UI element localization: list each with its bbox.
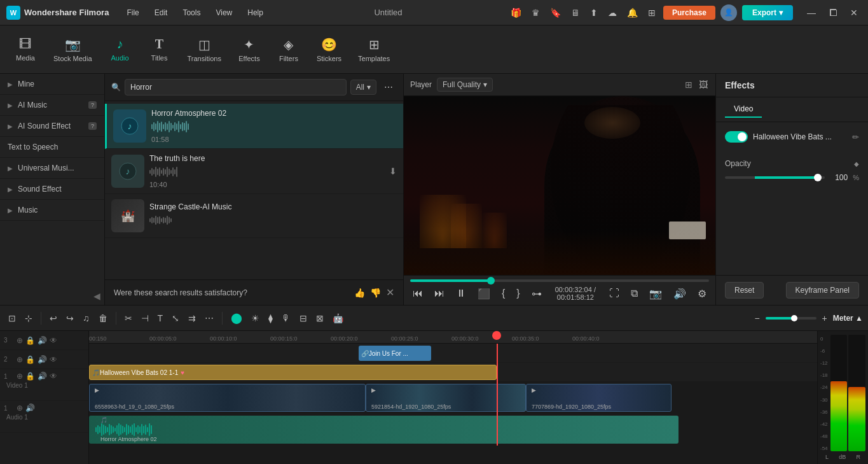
sidebar-item-sound-effect[interactable]: ▶ Sound Effect: [0, 179, 104, 200]
tl-more-icon[interactable]: ⋯: [202, 311, 217, 325]
tl-track-v1-eye-icon[interactable]: 👁: [50, 372, 57, 381]
tl-clip-join[interactable]: 🔗 Join Us For ...: [359, 346, 432, 361]
crown-icon[interactable]: ♛: [529, 6, 542, 19]
feedback-close-icon[interactable]: ✕: [386, 286, 394, 299]
tl-delete-icon[interactable]: 🗑: [95, 311, 111, 325]
volume-icon[interactable]: 🔊: [671, 286, 689, 301]
thumbs-down-icon[interactable]: 👎: [370, 288, 381, 298]
sidebar-item-ai-sound-effect[interactable]: ▶ AI Sound Effect ?: [0, 116, 104, 137]
minimize-button[interactable]: —: [803, 6, 820, 19]
search-input[interactable]: [125, 79, 347, 95]
purchase-button[interactable]: Purchase: [663, 6, 715, 20]
close-button[interactable]: ✕: [846, 6, 862, 19]
tl-clip-video2[interactable]: ▶ 5921854-hd_1920_1080_25fps: [366, 384, 526, 412]
bookmark-icon[interactable]: 🔖: [548, 6, 563, 19]
trim-start-icon[interactable]: {: [499, 286, 507, 300]
grid-view-icon[interactable]: ⊞: [684, 78, 694, 91]
gift-icon[interactable]: 🎁: [508, 6, 524, 19]
sidebar-item-text-to-speech[interactable]: Text to Speech: [0, 137, 104, 158]
tl-motion-icon[interactable]: ⊠: [313, 311, 327, 325]
tl-text-icon[interactable]: T: [155, 311, 167, 325]
tl-track-v1-lock-icon[interactable]: 🔒: [25, 372, 35, 381]
tl-zoom-slider[interactable]: [766, 317, 816, 320]
tl-select-icon[interactable]: ⊹: [22, 311, 36, 325]
tl-track-2-lock-icon[interactable]: 🔒: [25, 355, 35, 364]
menu-view[interactable]: View: [210, 6, 237, 20]
tl-audio-icon[interactable]: ♫: [79, 311, 93, 325]
player-progress-bar[interactable]: [410, 279, 709, 282]
tl-track-3-add-icon[interactable]: ⊕: [17, 336, 23, 345]
tl-cut-icon[interactable]: ✂: [121, 311, 135, 325]
sidebar-item-universal-music[interactable]: ▶ Universal Musi...: [0, 158, 104, 179]
tl-clip-video3[interactable]: ▶ 7707869-hd_1920_1080_25fps: [526, 384, 672, 412]
menu-file[interactable]: File: [121, 6, 144, 20]
play-pause-button[interactable]: ⏸: [453, 286, 469, 300]
player-quality-dropdown[interactable]: Full Quality ▾: [437, 78, 493, 92]
tl-clip-halloween[interactable]: 🎵 Halloween Vibe Bats 02 1-1 ♥: [89, 365, 497, 380]
step-back-button[interactable]: ⏭: [432, 286, 447, 300]
audio-item-truth-is-here[interactable]: ♪ The truth is here 10:40 ⬇: [105, 149, 403, 194]
tl-ai-icon[interactable]: 🤖: [329, 311, 347, 325]
audio-item-strange-castle[interactable]: 🏰 Strange Castle-AI Music: [105, 194, 403, 238]
search-more-icon[interactable]: ⋯: [380, 80, 397, 95]
sidebar-item-mine[interactable]: ▶ Mine: [0, 74, 104, 95]
stop-button[interactable]: ⬛: [475, 286, 493, 301]
toolbar-item-stickers[interactable]: 😊 Stickers: [309, 32, 349, 67]
tl-track-a1-add-icon[interactable]: ⊕: [17, 404, 23, 412]
toolbar-item-stock-media[interactable]: 📷 Stock Media: [46, 32, 100, 67]
tl-track-2-mute-icon[interactable]: 🔊: [38, 355, 47, 364]
tab-video[interactable]: Video: [725, 101, 762, 118]
toolbar-item-templates[interactable]: ⊞ Templates: [350, 32, 397, 67]
toolbar-item-media[interactable]: 🎞 Media: [6, 32, 45, 67]
menu-tools[interactable]: Tools: [177, 6, 205, 20]
tl-marker-icon[interactable]: ⧫: [265, 311, 276, 325]
tl-pip-icon[interactable]: ⊟: [296, 311, 310, 325]
maximize-button[interactable]: ⧠: [825, 6, 841, 19]
user-avatar[interactable]: 👤: [720, 4, 737, 21]
sidebar-item-ai-music[interactable]: ▶ AI Music ?: [0, 95, 104, 116]
collapse-panel-icon[interactable]: ◀: [93, 291, 100, 301]
cloud-icon[interactable]: ☁: [605, 6, 619, 19]
export-button[interactable]: Export ▾: [742, 5, 793, 20]
tl-mic-icon[interactable]: 🎙: [279, 311, 294, 325]
tl-zoom-in-icon[interactable]: +: [819, 311, 830, 325]
menu-help[interactable]: Help: [242, 6, 268, 20]
fullscreen-icon[interactable]: ⛶: [607, 286, 622, 300]
tl-clip-audio1[interactable]: 🎵 Horror Atmosphere 02: [89, 416, 679, 444]
audio-item-horror-atmosphere[interactable]: ♪ Horror Atmosphere 02 01:58: [105, 104, 403, 149]
grid-icon[interactable]: ⊞: [645, 6, 658, 19]
download-icon[interactable]: ⬇: [389, 166, 397, 176]
tl-speed-icon[interactable]: ⇉: [185, 311, 199, 325]
keyframe-panel-button[interactable]: Keyframe Panel: [786, 282, 859, 299]
menu-edit[interactable]: Edit: [149, 6, 173, 20]
rewind-button[interactable]: ⏮: [410, 286, 425, 300]
toolbar-item-effects[interactable]: ✦ Effects: [230, 32, 268, 67]
portrait-view-icon[interactable]: 🖼: [698, 78, 709, 91]
tl-track-2-eye-icon[interactable]: 👁: [50, 355, 57, 364]
effect-edit-icon[interactable]: ✏: [852, 132, 859, 142]
opacity-diamond-icon[interactable]: ◆: [854, 160, 859, 167]
screen-icon[interactable]: 🖥: [568, 6, 582, 19]
tl-track-3-lock-icon[interactable]: 🔒: [25, 336, 35, 345]
tl-snap-icon[interactable]: ⊡: [5, 311, 19, 325]
tl-trim-icon[interactable]: ⊣: [138, 311, 152, 325]
split-icon[interactable]: ⊶: [529, 286, 544, 301]
tl-track-3-eye-icon[interactable]: 👁: [50, 336, 57, 345]
tl-crop-icon[interactable]: ⤡: [169, 311, 183, 325]
pip-icon[interactable]: ⧉: [628, 286, 640, 300]
tl-track-a1-mute-icon[interactable]: 🔊: [25, 404, 35, 412]
tl-undo-icon[interactable]: ↩: [46, 311, 60, 325]
thumbs-up-icon[interactable]: 👍: [354, 288, 365, 298]
effect-toggle[interactable]: [725, 131, 748, 143]
tl-track-v1-mute-icon[interactable]: 🔊: [38, 372, 47, 381]
tl-redo-icon[interactable]: ↪: [63, 311, 77, 325]
toolbar-item-transitions[interactable]: ◫ Transitions: [180, 32, 229, 67]
search-filter-dropdown[interactable]: All ▾: [350, 80, 376, 95]
share-icon[interactable]: ⬆: [588, 6, 600, 19]
tl-color-icon[interactable]: ☀: [248, 311, 263, 325]
settings-icon[interactable]: ⚙: [695, 286, 709, 301]
trim-end-icon[interactable]: }: [514, 286, 522, 300]
sidebar-item-music[interactable]: ▶ Music: [0, 200, 104, 221]
bell-icon[interactable]: 🔔: [624, 6, 640, 19]
tl-zoom-out-icon[interactable]: −: [751, 311, 762, 325]
